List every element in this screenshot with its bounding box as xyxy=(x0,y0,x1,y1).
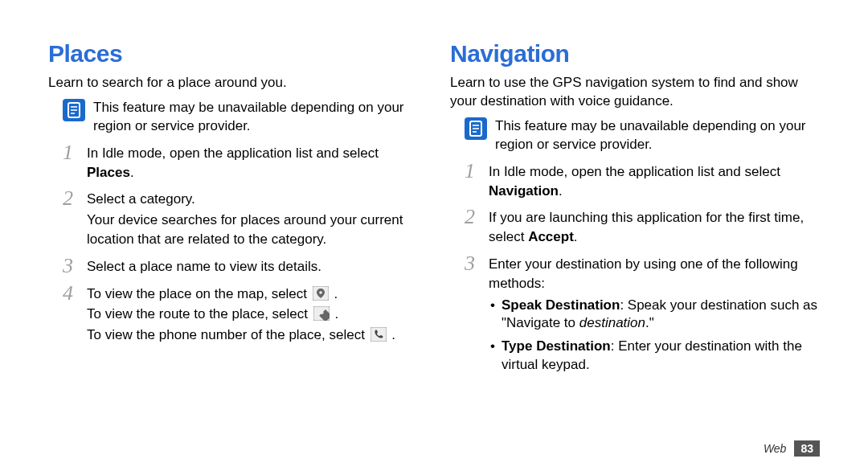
step-text-end: . xyxy=(559,183,563,199)
step-number: 3 xyxy=(465,253,479,274)
step-text: Enter your destination by using one of t… xyxy=(489,255,820,293)
note-icon xyxy=(63,99,85,121)
left-column: Places Learn to search for a place aroun… xyxy=(48,40,418,386)
right-column: Navigation Learn to use the GPS navigati… xyxy=(450,40,820,386)
step-number: 4 xyxy=(63,283,77,304)
bullet-list: Speak Destination: Speak your destinatio… xyxy=(489,297,820,375)
heading-places: Places xyxy=(48,40,418,68)
step-text-end: . xyxy=(130,165,134,180)
bullet-italic: destination xyxy=(579,315,645,330)
svg-point-5 xyxy=(319,291,322,294)
svg-rect-8 xyxy=(371,327,387,342)
bullet-item: Speak Destination: Speak your destinatio… xyxy=(490,297,820,334)
note-block: This feature may be unavailable dependin… xyxy=(63,99,418,136)
step-text: To view the phone number of the place, s… xyxy=(87,327,369,342)
step-number: 2 xyxy=(63,188,77,209)
step-line: Select a category. xyxy=(87,190,418,209)
step-text: In Idle mode, open the application list … xyxy=(489,164,780,179)
step-1: 1 In Idle mode, open the application lis… xyxy=(48,144,418,184)
steps-places: 1 In Idle mode, open the application lis… xyxy=(48,144,418,346)
step-text: Select a place name to view its details. xyxy=(87,257,321,276)
phone-icon xyxy=(371,327,387,342)
footer-page-number: 83 xyxy=(794,440,820,457)
step-1: 1 In Idle mode, open the application lis… xyxy=(450,162,820,203)
step-number: 3 xyxy=(63,256,77,276)
steps-navigation: 1 In Idle mode, open the application lis… xyxy=(450,162,820,380)
map-pin-icon xyxy=(313,286,329,301)
step-number: 1 xyxy=(465,161,479,182)
step-text-end: . xyxy=(388,327,395,342)
step-bold: Accept xyxy=(528,229,574,244)
step-3: 3 Select a place name to view its detail… xyxy=(48,257,418,278)
step-2: 2 If you are launching this application … xyxy=(450,208,820,248)
note-text: This feature may be unavailable dependin… xyxy=(93,99,418,136)
note-icon xyxy=(465,117,487,140)
step-text: To view the place on the map, select xyxy=(87,286,311,301)
step-body: In Idle mode, open the application list … xyxy=(87,144,418,184)
note-text: This feature may be unavailable dependin… xyxy=(495,117,820,154)
bullet-item: Type Destination: Enter your destination… xyxy=(490,338,820,375)
page-footer: Web 83 xyxy=(764,440,820,457)
intro-places: Learn to search for a place around you. xyxy=(48,74,418,92)
footer-section-label: Web xyxy=(764,442,787,455)
step-text-end: . xyxy=(331,306,338,322)
step-app-name: Navigation xyxy=(489,183,559,199)
bullet-title: Type Destination xyxy=(502,338,611,354)
step-text-end: . xyxy=(574,229,578,244)
note-block: This feature may be unavailable dependin… xyxy=(465,117,820,154)
intro-navigation: Learn to use the GPS navigation system t… xyxy=(450,74,820,111)
step-3: 3 Enter your destination by using one of… xyxy=(450,255,820,379)
step-2: 2 Select a category. Your device searche… xyxy=(48,190,418,250)
step-body: Select a category. Your device searches … xyxy=(87,190,418,250)
directions-icon xyxy=(313,306,330,321)
step-body: If you are launching this application fo… xyxy=(489,208,820,248)
step-line: Your device searches for places around y… xyxy=(87,211,418,249)
step-text: In Idle mode, open the application list … xyxy=(87,145,379,161)
step-4: 4 To view the place on the map, select .… xyxy=(48,285,418,346)
step-text: To view the route to the place, select xyxy=(87,306,312,322)
step-body: Enter your destination by using one of t… xyxy=(489,255,820,379)
step-app-name: Places xyxy=(87,165,130,180)
step-body: Select a place name to view its details. xyxy=(87,257,321,278)
step-text-end: . xyxy=(330,286,338,301)
heading-navigation: Navigation xyxy=(450,40,820,68)
step-number: 2 xyxy=(465,207,479,227)
bullet-title: Speak Destination xyxy=(502,297,620,313)
bullet-end: ." xyxy=(645,315,654,330)
manual-page: Places Learn to search for a place aroun… xyxy=(0,0,868,418)
step-body: To view the place on the map, select . T… xyxy=(87,285,395,346)
step-body: In Idle mode, open the application list … xyxy=(489,162,820,203)
step-number: 1 xyxy=(63,142,77,163)
